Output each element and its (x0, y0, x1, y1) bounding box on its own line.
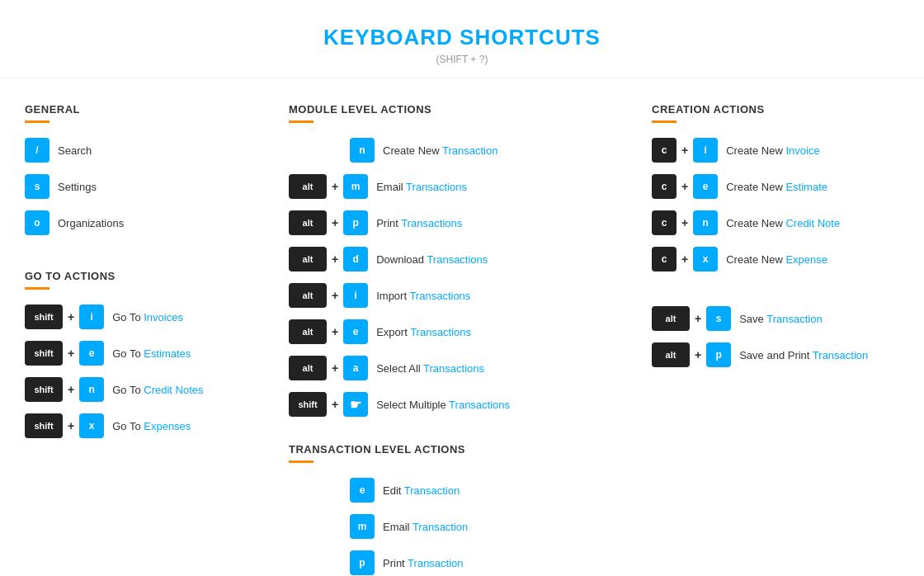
plus-select-all: + (332, 361, 338, 375)
shortcut-export-transactions: alt + e Export Transactions (289, 319, 635, 344)
key-e-txn: e (350, 478, 375, 503)
shortcut-search: / Search (25, 138, 272, 163)
plus-goto-expenses: + (68, 419, 74, 432)
shortcut-print-transaction: p Print Transaction (289, 550, 635, 575)
module-underline (289, 120, 314, 123)
plus-expense: + (681, 253, 688, 266)
column-creation: CREATION ACTIONS c + i Create New Invoic… (652, 103, 899, 576)
label-create-estimate: Create New Estimate (726, 181, 827, 193)
key-alt-print: alt (289, 210, 327, 235)
general-underline (25, 120, 50, 123)
shortcut-create-credit-note: c + n Create New Credit Note (652, 210, 899, 235)
key-a-module: a (343, 356, 368, 380)
plus-print: + (332, 216, 338, 229)
key-c-invoice: c (652, 138, 676, 163)
key-alt-save-print: alt (652, 342, 690, 367)
plus-import: + (332, 289, 338, 302)
label-goto-credit: Go To Credit Notes (112, 384, 203, 396)
key-d-module: d (343, 247, 368, 271)
key-shift-credit: shift (25, 377, 63, 402)
shortcut-create-transaction: n Create New Transaction (289, 138, 635, 163)
label-download-transactions: Download Transactions (376, 253, 488, 266)
shortcut-goto-invoices: shift + i Go To Invoices (25, 305, 272, 329)
key-shift-select: shift (289, 392, 327, 417)
plus-email: + (332, 180, 338, 193)
module-section-title: MODULE LEVEL ACTIONS (289, 103, 635, 116)
label-organizations: Organizations (58, 217, 124, 229)
page-subtitle: (SHIFT + ?) (0, 54, 924, 65)
key-alt-save: alt (652, 306, 690, 331)
key-alt-email: alt (289, 174, 327, 199)
key-shift-estimates: shift (25, 341, 63, 366)
label-print-transactions: Print Transactions (376, 217, 462, 229)
key-e-creation: e (693, 174, 718, 199)
plus-download: + (332, 253, 338, 266)
txn-level-underline (289, 460, 314, 463)
key-s-general: s (25, 174, 50, 199)
label-email-transactions: Email Transactions (376, 181, 467, 193)
label-search: Search (58, 144, 92, 157)
label-goto-expenses: Go To Expenses (112, 420, 191, 432)
label-edit-transaction: Edit Transaction (383, 484, 460, 497)
plus-estimate: + (681, 180, 688, 193)
shortcut-email-transaction: m Email Transaction (289, 514, 635, 539)
title-blue: SHORTCUTS (460, 25, 601, 50)
general-section-title: GENERAL (25, 103, 272, 116)
plus-save-print: + (695, 348, 701, 361)
label-select-all: Select All Transactions (376, 362, 484, 375)
shortcut-goto-credit-notes: shift + n Go To Credit Notes (25, 377, 272, 402)
column-general: GENERAL / Search s Settings o Organizati… (25, 103, 272, 576)
page-title: KEYBOARD SHORTCUTS (0, 25, 924, 50)
key-p-module: p (343, 210, 368, 235)
label-goto-estimates: Go To Estimates (112, 347, 191, 360)
txn-level-section-title: TRANSACTION LEVEL ACTIONS (289, 443, 635, 456)
shortcut-goto-estimates: shift + e Go To Estimates (25, 341, 272, 366)
key-e-goto: e (79, 341, 104, 366)
shortcut-goto-expenses: shift + x Go To Expenses (25, 413, 272, 438)
key-c-expense: c (652, 247, 676, 271)
label-goto-invoices: Go To Invoices (112, 311, 183, 323)
key-shift-expenses: shift (25, 413, 63, 438)
shortcut-print-transactions: alt + p Print Transactions (289, 210, 635, 235)
key-c-estimate: c (652, 174, 676, 199)
content-area: GENERAL / Search s Settings o Organizati… (0, 103, 924, 576)
plus-invoice: + (681, 144, 688, 157)
shortcut-email-transactions: alt + m Email Transactions (289, 174, 635, 199)
key-alt-select-all: alt (289, 356, 327, 380)
plus-select-multiple: + (332, 398, 338, 411)
label-save-transaction: Save Transaction (739, 313, 822, 325)
key-o: o (25, 210, 50, 235)
key-m-txn: m (350, 514, 375, 539)
plus-export: + (332, 325, 338, 338)
shortcut-create-expense: c + x Create New Expense (652, 247, 899, 271)
plus-goto-invoices: + (68, 310, 74, 323)
label-create-expense: Create New Expense (726, 253, 827, 266)
shortcut-create-estimate: c + e Create New Estimate (652, 174, 899, 199)
shortcut-select-all: alt + a Select All Transactions (289, 356, 635, 380)
shortcut-download-transactions: alt + d Download Transactions (289, 247, 635, 271)
shortcut-import-transactions: alt + i Import Transactions (289, 283, 635, 308)
key-shift-invoices: shift (25, 305, 63, 329)
key-i-creation: i (693, 138, 718, 163)
key-n-goto: n (79, 377, 104, 402)
label-select-multiple: Select Multiple Transactions (376, 399, 510, 411)
key-e-module: e (343, 319, 368, 344)
shortcut-settings: s Settings (25, 174, 272, 199)
key-x-creation: x (693, 247, 718, 271)
shortcut-edit-transaction: e Edit Transaction (289, 478, 635, 503)
key-x-goto: x (79, 413, 104, 438)
page-header: KEYBOARD SHORTCUTS (SHIFT + ?) (0, 0, 924, 78)
key-s-creation: s (706, 306, 731, 331)
goto-section-title: GO TO ACTIONS (25, 270, 272, 282)
plus-credit: + (681, 216, 688, 229)
plus-save: + (695, 312, 701, 325)
key-i-module: i (343, 283, 368, 308)
label-email-transaction: Email Transaction (383, 521, 468, 533)
label-print-transaction: Print Transaction (383, 557, 464, 569)
key-n-module: n (350, 138, 375, 163)
shortcut-select-multiple: shift + ☛ Select Multiple Transactions (289, 392, 635, 417)
plus-goto-credit: + (68, 383, 74, 396)
label-create-invoice: Create New Invoice (726, 144, 819, 157)
key-n-creation: n (693, 210, 718, 235)
label-create-credit-note: Create New Credit Note (726, 217, 840, 229)
